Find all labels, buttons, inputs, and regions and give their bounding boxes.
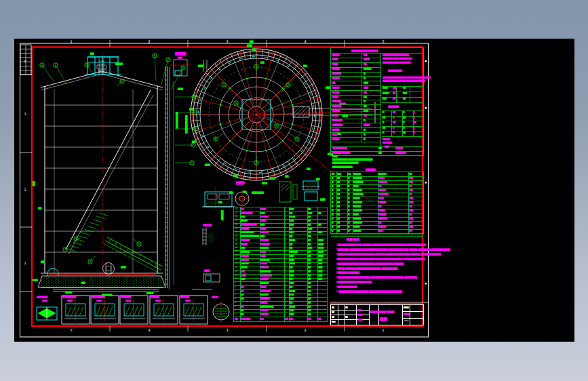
line [309,136,317,140]
label-25: ▆▆▆ [204,269,209,272]
bom-cell: 11 [235,275,237,277]
line: 4 [148,328,150,332]
line: 5 [70,328,72,332]
mat-cell: ▆▆▆ [409,181,412,183]
tech-value: ▆▆▆▆ [364,124,369,127]
label-38: ▆▆ [285,175,288,178]
bom-cell: 4 [235,302,235,304]
cell: ▆▆▆▆▆ [383,92,389,94]
mat-cell: ▆ [348,189,349,191]
mat-cell: ▆▆▆ [378,230,382,232]
bom-cell: ▆▆▆▆▆▆ [260,231,268,233]
line [195,136,204,140]
line [138,306,142,316]
line [96,216,105,219]
bom-cell: ▆▆ [308,224,311,226]
bom-cell: ▆▆ [308,255,311,257]
line [262,171,262,180]
line [220,104,221,106]
detail-subcaption: ▆▆▆▆ [185,300,190,302]
line [134,306,138,316]
label-5: ▆▆ [260,61,264,64]
mat-cell: ▆▆▆▆▆ [353,197,359,199]
mat-header: ▆▆ [332,173,334,175]
bom-cell: 1 [285,306,286,308]
cell: ▆▆ [403,117,406,119]
mat-cell: ▆▆ [337,201,340,203]
mat-cell: ▆▆▆▆▆▆▆▆ [353,193,363,195]
cell: ▆ [383,132,384,134]
bom-cell: ▆▆▆▆▆▆ [290,251,297,253]
tech-label: ▆▆ ▆▆ [332,96,338,99]
label-36: ▆▆ [229,191,233,194]
bom-cell: 5 [235,298,235,300]
line: 1 [24,261,26,265]
line [38,308,47,318]
bom-cell: 17 [235,251,237,253]
line [109,306,113,316]
mat-cell: ▆▆ [337,177,340,179]
mat-cell: ▆▆▆▆▆▆▆▆ [378,193,388,195]
bom-cell: ▆▆▆▆ [260,220,265,222]
bom-cell: ▆▆ [241,306,243,308]
cell: ▆ [393,132,394,134]
label-18: ▆▆ [189,108,193,111]
title-block: ▆▆▆▆▆▆▆▆▆▆▆▆▆▆▆▆▆▆▆▆▆▆▆▆▆▆▆▆▆▆ (▆▆▆▆)▆ ▆… [330,304,424,325]
mat-cell: ▆ [332,226,333,228]
bom-cell: ▆▆▆▆▆▆▆ [241,251,250,253]
bom-cell: ▆▆▆ [290,313,294,315]
line: 8 [182,66,184,69]
line [231,54,235,62]
bom-cell: ▆▆▆ [290,298,294,300]
tb-left: ▆▆ [332,311,334,313]
label-32: ▆▆ [81,281,85,284]
bom-cell: ▆▆▆▆ [318,255,323,257]
mat-cell: ▆▆ [337,222,340,224]
mat-cell: ▆▆ [409,214,412,216]
mat-cell: ▆▆ [337,197,340,199]
line [81,233,90,235]
bom-cell: 7 [235,290,235,292]
mat-cell: ▆ [348,209,349,212]
line [79,306,83,316]
tech-right-para: ▆▆▆ [383,146,389,148]
mat-cell: ▆ [348,230,349,232]
label-42: ▆▆ [243,190,246,193]
bom-cell: ▆▆▆ [308,247,312,249]
label-20: ▆▆▆▆▆▆▆▆▆▆ [176,112,178,128]
line: 9 [276,124,278,127]
bom-cell: 18 [235,247,237,249]
line [97,65,106,68]
line [104,306,109,316]
cell: ▆▆▆ [403,92,406,94]
mat-cell: ▆ [348,218,349,220]
cell: ▆ [383,111,384,113]
cell: ▆ [393,117,394,119]
line [216,133,224,139]
bom-cell: 1 [285,231,286,233]
bom-cell: 25 [235,220,237,222]
note-line: 5 ▆▆▆▆, ▆▆▆▆▆▆ ▆▆▆▆▆▆▆▆▆▆▆▆▆▆▆▆, ▆▆▆▆▆▆▆… [336,267,397,270]
line: 6 [215,137,217,140]
mat-cell: ▆ [348,177,349,179]
line [106,266,111,271]
mat-cell: ▆▆▆ [409,218,412,220]
cell: ▆▆▆ [393,87,396,89]
label-30: ▆▆▆▆ [65,291,72,294]
note-line: 2 ▆▆▆▆▆▆▆, ▆▆▆▆▆▆▆ ▆▆ ▆▆▆▆▆▆▆▆-▆▆▆▆▆▆, ▆… [336,248,450,251]
tb-left: ▆▆ [332,306,334,308]
detail-subcaption: ▆▆▆▆ [96,300,101,302]
mat-cell: ▆ [348,205,349,207]
bom-cell: ▆▆ [308,251,311,253]
bom-cell: ▆▆ [308,313,311,315]
line: 1 [382,328,384,332]
line [95,304,115,316]
bom-cell: ▆▆▆ [318,259,322,261]
line [292,104,293,106]
cell: ▆▆▆▆ [383,87,387,89]
detail-subcaption: ▆▆▆▆ [155,300,160,302]
mat-cell: ▆▆▆ [409,177,412,179]
tech-value: ▆▆ [364,115,366,117]
tech-title: ▆▆▆ ▆▆▆▆▆▆▆▆▆▆▆▆ [351,49,377,52]
line [250,171,250,180]
